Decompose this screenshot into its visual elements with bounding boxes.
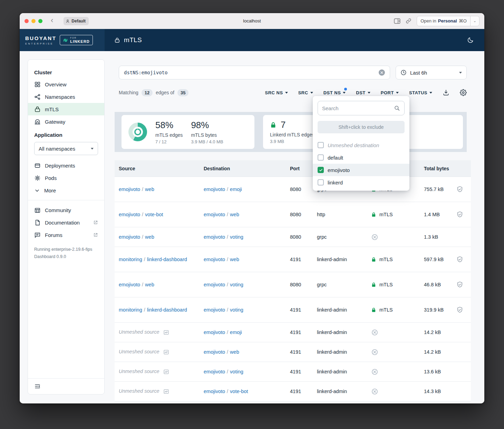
destination-workload-link[interactable]: web <box>230 257 239 262</box>
popup-option-emojivoto[interactable]: emojivoto <box>313 164 409 176</box>
clear-query-icon[interactable]: ✕ <box>379 69 385 76</box>
sidebar-item-namespaces[interactable]: Namespaces <box>28 90 104 103</box>
address-bar[interactable]: localhost <box>165 18 339 23</box>
filter-src-ns[interactable]: SRC NS <box>265 90 288 95</box>
sidebar-item-forums[interactable]: Forums <box>28 229 104 241</box>
query-search-field[interactable]: ✕ <box>119 66 390 79</box>
source-workload-link[interactable]: vote-bot <box>145 212 163 217</box>
source-namespace-link[interactable]: emojivoto <box>119 187 140 192</box>
exclude-hint-button[interactable]: Shift+click to exclude <box>318 121 405 133</box>
download-icon[interactable] <box>443 89 449 96</box>
popup-option-label: default <box>328 155 343 161</box>
popup-option-label: linkerd <box>328 180 343 185</box>
source-namespace-link[interactable]: monitoring <box>119 257 142 262</box>
checkbox-checked[interactable] <box>318 167 324 173</box>
popup-option-unmeshed[interactable]: Unmeshed destination <box>313 139 409 151</box>
collapse-sidebar-icon[interactable] <box>34 383 41 390</box>
filter-dst-ns[interactable]: DST NS <box>323 90 346 95</box>
destination-namespace-link[interactable]: emojivoto <box>204 282 225 287</box>
destination-workload-link[interactable]: web <box>230 212 239 217</box>
filter-port[interactable]: PORT <box>381 90 399 95</box>
gear-icon[interactable] <box>460 89 467 96</box>
destination-namespace-link[interactable]: emojivoto <box>204 187 225 192</box>
dark-mode-toggle[interactable] <box>467 37 474 44</box>
policy-shield-icon[interactable] <box>456 186 471 193</box>
table-body: emojivoto/webemojivoto/emoji8080grpcmTLS… <box>115 177 471 401</box>
popup-option-linkerd[interactable]: linkerd <box>313 176 409 189</box>
no-mtls-icon <box>371 388 378 395</box>
destination-namespace-link[interactable]: emojivoto <box>204 212 225 217</box>
sidebar-item-deployments[interactable]: Deployments <box>28 159 104 172</box>
source-workload-link[interactable]: web <box>145 282 154 287</box>
sidebar-item-mtls[interactable]: mTLS <box>28 103 104 115</box>
source-workload-link[interactable]: web <box>145 234 154 240</box>
destination-workload-link[interactable]: voting <box>230 234 243 240</box>
zoom-window-button[interactable] <box>38 19 42 23</box>
filter-dst[interactable]: DST <box>356 90 370 95</box>
time-range-select[interactable]: Last 6h <box>396 66 467 79</box>
version-line: Dashboard 0.9.0 <box>34 253 98 260</box>
destination-workload-link[interactable]: voting <box>230 307 243 313</box>
slash-separator: / <box>142 187 143 192</box>
popup-search-input[interactable] <box>322 105 394 111</box>
checkbox-unchecked[interactable] <box>318 142 324 148</box>
sidebar-item-label: Overview <box>45 82 67 87</box>
popup-search-field[interactable] <box>318 101 405 115</box>
source-workload-link[interactable]: linkerd-dashboard <box>147 257 187 262</box>
filter-status[interactable]: STATUS <box>409 90 432 95</box>
namespace-select[interactable]: All namespaces <box>34 142 98 155</box>
destination-workload-link[interactable]: vote-bot <box>230 389 248 394</box>
open-in-dropdown-chevron[interactable]: ⌄ <box>470 16 479 26</box>
profile-badge[interactable]: Default <box>64 17 89 25</box>
destination-namespace-link[interactable]: emojivoto <box>204 369 225 374</box>
minimize-window-button[interactable] <box>31 19 36 23</box>
linkerd-mtls-edges-value: 7 <box>281 120 285 130</box>
table-header: Source Destination Port Total bytes <box>115 160 471 177</box>
sidebar-item-gateway[interactable]: Gateway <box>28 115 104 128</box>
sidebar-item-overview[interactable]: Overview <box>28 78 104 90</box>
checkbox-unchecked[interactable] <box>318 179 324 185</box>
policy-shield-icon[interactable] <box>456 306 471 313</box>
source-workload-link[interactable]: web <box>145 187 154 192</box>
destination-workload-link[interactable]: web <box>230 349 239 355</box>
query-input[interactable] <box>124 70 379 75</box>
table-row: emojivoto/webemojivoto/voting8080grpc1.3… <box>115 227 471 247</box>
source-namespace-link[interactable]: emojivoto <box>119 282 140 287</box>
check-icon <box>319 168 323 172</box>
policy-shield-icon[interactable] <box>456 256 471 263</box>
destination-workload-link[interactable]: emoji <box>230 330 242 335</box>
destination-workload-link[interactable]: voting <box>230 369 243 374</box>
destination-namespace-link[interactable]: emojivoto <box>204 349 225 355</box>
back-button[interactable]: ‹ <box>51 17 53 25</box>
source-namespace-link[interactable]: emojivoto <box>119 212 140 217</box>
destination-namespace-link[interactable]: emojivoto <box>204 307 225 313</box>
popup-option-default[interactable]: default <box>313 151 409 164</box>
filter-src[interactable]: SRC <box>298 90 313 95</box>
copy-link-icon[interactable] <box>406 18 411 24</box>
destination-namespace-link[interactable]: emojivoto <box>204 389 225 394</box>
destination-namespace-link[interactable]: emojivoto <box>204 234 225 240</box>
destination-namespace-link[interactable]: emojivoto <box>204 257 225 262</box>
side-panel-icon[interactable] <box>394 18 400 24</box>
open-in-app-button[interactable]: Open in Personal ⌘O ⌄ <box>417 16 479 26</box>
checkbox-unchecked[interactable] <box>318 154 324 161</box>
sidebar-item-community[interactable]: Community <box>28 204 104 216</box>
mtls-status-cell: mTLS <box>371 282 424 288</box>
source-namespace-link[interactable]: emojivoto <box>119 234 140 240</box>
port-cell: 4191 <box>290 307 317 313</box>
port-cell: 8080 <box>290 212 317 217</box>
policy-shield-icon[interactable] <box>456 281 471 288</box>
protocol-cell: linkerd-admin <box>317 349 371 355</box>
sidebar-item-more[interactable]: More <box>28 184 104 197</box>
destination-workload-link[interactable]: voting <box>230 282 243 287</box>
destination-namespace-link[interactable]: emojivoto <box>204 330 225 335</box>
close-window-button[interactable] <box>25 19 29 23</box>
unmeshed-chart-icon <box>163 369 169 375</box>
policy-shield-icon[interactable] <box>456 211 471 218</box>
sidebar-item-documentation[interactable]: Documentation <box>28 216 104 229</box>
destination-workload-link[interactable]: emoji <box>230 187 242 192</box>
brand-logo[interactable]: BUOYANT ENTERPRISE FOR LINKERD <box>20 29 105 51</box>
source-namespace-link[interactable]: monitoring <box>119 307 142 313</box>
source-workload-link[interactable]: linkerd-dashboard <box>147 307 187 313</box>
sidebar-item-pods[interactable]: Pods <box>28 172 104 184</box>
